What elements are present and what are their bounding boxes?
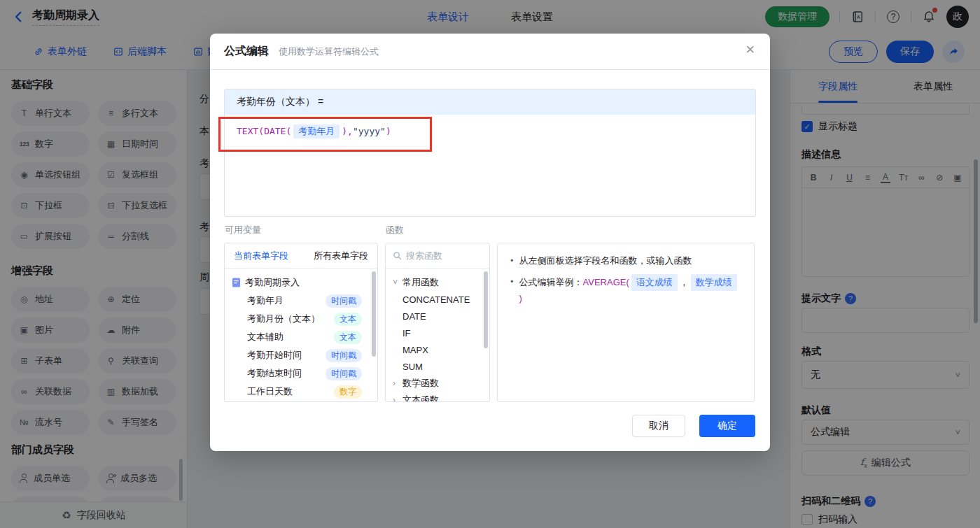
variable-row[interactable]: 文本辅助文本 bbox=[232, 328, 370, 346]
formula-edit-modal: 公式编辑 使用数学运算符编辑公式 × 考勤年份（文本） = TEXT(DATE(… bbox=[210, 34, 770, 451]
type-badge: 时间戳 bbox=[326, 294, 362, 308]
functions-label: 函数 bbox=[386, 224, 404, 236]
functions-scrollbar[interactable] bbox=[484, 271, 488, 348]
formula-paren-token: ), bbox=[342, 126, 353, 136]
function-group-math[interactable]: ›数学函数 bbox=[393, 375, 489, 392]
function-item[interactable]: MAPX bbox=[393, 341, 489, 358]
example-function: AVERAGE( bbox=[583, 277, 629, 287]
help-line-1: • 从左侧面板选择字段名和函数，或输入函数 bbox=[510, 253, 741, 269]
modal-title: 公式编辑 bbox=[224, 44, 269, 59]
search-icon bbox=[393, 251, 402, 260]
help-panel: • 从左侧面板选择字段名和函数，或输入函数 • 公式编辑举例：AVERAGE(语… bbox=[497, 243, 755, 402]
confirm-button[interactable]: 确定 bbox=[699, 415, 755, 437]
form-tree-root[interactable]: 考勤周期录入 bbox=[232, 273, 370, 292]
formula-function-token: TEXT(DATE( bbox=[237, 126, 291, 136]
variables-label: 可用变量 bbox=[225, 224, 261, 236]
cancel-button[interactable]: 取消 bbox=[632, 415, 685, 437]
formula-code-area[interactable]: TEXT(DATE(考勤年月),"yyyy") bbox=[225, 115, 755, 148]
function-search-input[interactable]: 搜索函数 bbox=[386, 243, 489, 269]
variables-panel: 当前表单字段 所有表单字段 考勤周期录入 考勤年月时间戳 考勤月份（文本）文本 … bbox=[224, 243, 378, 402]
example-field-chip: 数学成绩 bbox=[691, 274, 737, 291]
field-chip[interactable]: 考勤年月 bbox=[293, 124, 340, 138]
functions-panel: 搜索函数 ˅常用函数 CONCATENATE DATE IF MAPX SUM … bbox=[385, 243, 490, 402]
type-badge: 文本 bbox=[334, 331, 362, 344]
close-icon[interactable]: × bbox=[746, 42, 755, 57]
app-root: 考勤周期录入 表单设计 表单设置 数据管理 A ? 政 表单外 bbox=[0, 0, 980, 528]
type-badge: 时间戳 bbox=[326, 349, 362, 362]
variable-row[interactable]: 考勤年月时间戳 bbox=[232, 292, 370, 310]
function-group-common[interactable]: ˅常用函数 bbox=[393, 274, 489, 291]
search-placeholder: 搜索函数 bbox=[406, 250, 442, 262]
function-item[interactable]: SUM bbox=[393, 358, 489, 375]
variable-row[interactable]: 考勤结束时间时间戳 bbox=[232, 364, 370, 383]
function-item[interactable]: DATE bbox=[393, 308, 489, 324]
chevron-right-icon: › bbox=[393, 395, 399, 402]
formula-paren-token: ) bbox=[386, 126, 391, 136]
variable-row[interactable]: 考勤月份（文本）文本 bbox=[232, 310, 370, 328]
type-badge: 文本 bbox=[334, 313, 362, 326]
tab-all-form-fields[interactable]: 所有表单字段 bbox=[314, 250, 368, 262]
variables-scrollbar[interactable] bbox=[372, 271, 376, 357]
formula-target-field: 考勤年份（文本） = bbox=[225, 90, 755, 115]
type-badge: 时间戳 bbox=[326, 367, 362, 380]
chevron-right-icon: › bbox=[393, 378, 399, 388]
help-line-2: • 公式编辑举例：AVERAGE(语文成绩，数学成绩) bbox=[510, 274, 741, 306]
function-item[interactable]: CONCATENATE bbox=[393, 291, 489, 308]
variable-row[interactable]: 考勤开始时间时间戳 bbox=[232, 346, 370, 364]
document-icon bbox=[232, 278, 241, 287]
modal-header: 公式编辑 使用数学运算符编辑公式 bbox=[210, 34, 770, 70]
formula-string-token: "yyyy" bbox=[353, 126, 386, 136]
function-item[interactable]: IF bbox=[393, 324, 489, 341]
type-badge: 数字 bbox=[334, 385, 362, 399]
modal-subtitle: 使用数学运算符编辑公式 bbox=[279, 45, 379, 58]
variable-row[interactable]: 工作日天数数字 bbox=[232, 383, 370, 401]
example-field-chip: 语文成绩 bbox=[631, 274, 678, 291]
formula-editor: 考勤年份（文本） = TEXT(DATE(考勤年月),"yyyy") bbox=[224, 89, 756, 217]
tab-current-form-fields[interactable]: 当前表单字段 bbox=[234, 250, 288, 262]
chevron-down-icon: ˅ bbox=[393, 278, 399, 287]
function-group-text[interactable]: ›文本函数 bbox=[393, 392, 489, 402]
